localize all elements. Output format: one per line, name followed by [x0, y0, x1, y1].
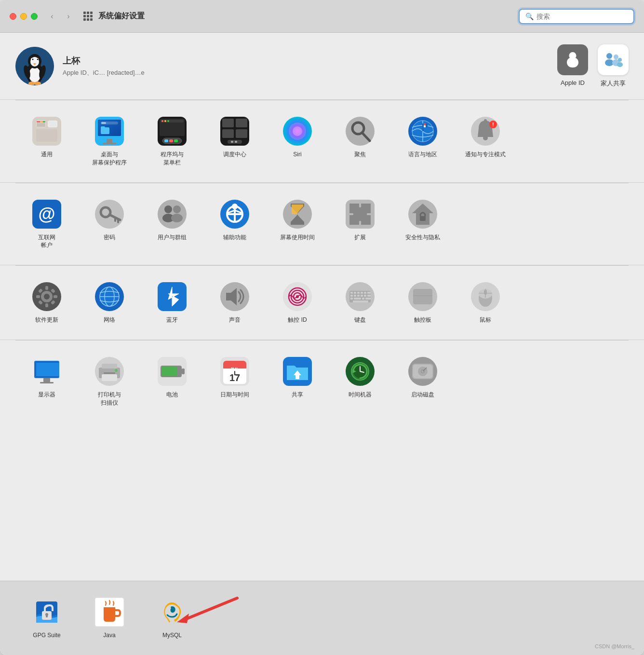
pref-timemachine[interactable]: 时间机器: [329, 352, 391, 403]
pref-siri[interactable]: Siri: [266, 112, 329, 163]
desktop-icon: [94, 116, 125, 147]
pref-security[interactable]: 安全性与隐私: [391, 195, 454, 246]
svg-point-59: [293, 126, 302, 136]
grid-icon: [83, 12, 93, 21]
internet-label: 互联网帐户: [38, 233, 55, 250]
general-label: 通用: [41, 150, 53, 159]
section-1: 通用: [0, 100, 644, 183]
mission-icon: [219, 116, 250, 147]
avatar[interactable]: [15, 47, 54, 85]
pref-users[interactable]: 用户与群组: [141, 195, 203, 246]
svg-rect-56: [235, 141, 237, 143]
maximize-button[interactable]: [31, 13, 38, 20]
pref-display[interactable]: 显示器: [15, 352, 78, 403]
users-label: 用户与群组: [158, 233, 187, 242]
pref-general[interactable]: 通用: [15, 112, 78, 163]
display-icon: [31, 356, 62, 387]
svg-rect-50: [222, 119, 234, 127]
svg-rect-41: [161, 120, 184, 123]
pref-network[interactable]: 网络: [78, 277, 141, 328]
general-icon: [31, 116, 62, 147]
back-button[interactable]: ‹: [45, 10, 59, 23]
svg-rect-133: [350, 295, 353, 297]
pref-printer[interactable]: 打印机与扫描仪: [78, 352, 141, 411]
svg-rect-46: [164, 139, 168, 142]
svg-rect-34: [101, 122, 106, 124]
notification-icon: !: [470, 116, 501, 147]
search-box[interactable]: 🔍: [519, 9, 634, 24]
svg-point-44: [167, 120, 169, 122]
svg-rect-35: [101, 127, 109, 134]
pref-bluetooth[interactable]: 蓝牙: [141, 277, 203, 328]
mouse-icon: [470, 281, 501, 312]
pref-sharing[interactable]: 共享: [266, 352, 329, 403]
siri-icon: [282, 116, 313, 147]
svg-point-19: [617, 62, 623, 67]
titlebar: ‹ › 系统偏好设置 🔍: [0, 0, 644, 33]
svg-rect-135: [357, 295, 360, 297]
svg-rect-29: [36, 129, 57, 142]
close-button[interactable]: [10, 13, 16, 20]
pref-trackpad[interactable]: 触控板: [391, 277, 454, 328]
pref-extensions[interactable]: 扩展: [329, 195, 391, 246]
spotlight-label: 聚焦: [354, 150, 366, 159]
pref-softwareupdate[interactable]: 软件更新: [15, 277, 78, 328]
search-input[interactable]: [537, 13, 628, 20]
network-icon: [94, 281, 125, 312]
svg-rect-134: [354, 295, 356, 297]
mouse-label: 鼠标: [480, 316, 491, 324]
apple-id-item[interactable]: Apple ID: [557, 44, 588, 88]
pref-internet[interactable]: @ 互联网帐户: [15, 195, 78, 254]
svg-rect-25: [43, 121, 45, 123]
softwareupdate-icon: [31, 281, 62, 312]
svg-rect-141: [362, 298, 364, 300]
notification-label: 通知与专注模式: [465, 150, 506, 159]
svg-rect-167: [182, 368, 185, 374]
pref-datetime[interactable]: 17 JUL 日期与时间: [203, 352, 266, 403]
gpgsuite-icon: [31, 597, 62, 628]
section-2: @ 互联网帐户: [0, 183, 644, 266]
pref-password[interactable]: 密码: [78, 195, 141, 246]
pref-accessibility[interactable]: 辅助功能: [203, 195, 266, 246]
pref-touchid[interactable]: 触控 ID: [266, 277, 329, 328]
forward-button[interactable]: ›: [62, 10, 75, 23]
pref-desktop[interactable]: 桌面与屏幕保护程序: [78, 112, 141, 171]
pref-startdisk[interactable]: 启动磁盘: [391, 352, 454, 403]
pref-keyboard[interactable]: 键盘: [329, 277, 391, 328]
trackpad-label: 触控板: [414, 316, 431, 324]
svg-point-88: [171, 214, 183, 222]
svg-rect-132: [367, 292, 371, 294]
svg-rect-138: [367, 295, 371, 297]
family-sharing-item[interactable]: 家人共享: [598, 44, 629, 88]
svg-rect-37: [107, 139, 112, 143]
svg-point-74: [484, 119, 487, 122]
pref-gpgsuite[interactable]: GPG Suite: [15, 593, 78, 643]
pref-screentime[interactable]: 屏幕使用时间: [266, 195, 329, 246]
pref-language[interactable]: 语言与地区: [391, 112, 454, 163]
pref-mouse[interactable]: 鼠标: [454, 277, 517, 328]
pref-sound[interactable]: 声音: [203, 277, 266, 328]
pref-mysql[interactable]: MySQL: [141, 593, 203, 643]
pref-notification[interactable]: ! 通知与专注模式: [454, 112, 517, 163]
screentime-label: 屏幕使用时间: [280, 233, 315, 242]
screentime-icon: [282, 199, 313, 230]
svg-rect-140: [354, 298, 361, 300]
svg-point-14: [606, 53, 612, 59]
bluetooth-icon: [157, 281, 188, 312]
pref-spotlight[interactable]: 聚焦: [329, 112, 391, 163]
pref-dock[interactable]: 程序坞与菜单栏: [141, 112, 203, 171]
svg-rect-129: [357, 292, 360, 294]
security-icon: [407, 199, 438, 230]
pref-battery[interactable]: 电池: [141, 352, 203, 403]
minimize-button[interactable]: [20, 13, 27, 20]
java-icon: [94, 597, 125, 628]
pref-mission[interactable]: 调度中心: [203, 112, 266, 163]
grid-view-button[interactable]: [81, 10, 94, 23]
java-label: Java: [103, 631, 115, 640]
svg-rect-70: [424, 123, 426, 125]
keyboard-label: 键盘: [354, 316, 366, 324]
pref-java[interactable]: Java: [78, 593, 141, 643]
svg-point-87: [173, 205, 181, 213]
svg-rect-71: [426, 123, 428, 127]
svg-rect-55: [231, 141, 233, 143]
